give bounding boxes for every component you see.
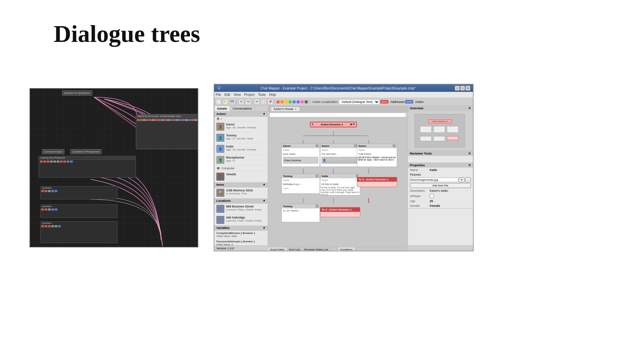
ng-label-leaving: Leaving Now Response — [39, 156, 136, 160]
actor-receptionist[interactable]: 👤 Receptionist Age: 47 — [214, 155, 268, 166]
tb-new[interactable]: 📄 — [216, 99, 222, 105]
node-its-tommy[interactable]: Tommy m, it's Tomm... — [281, 204, 320, 222]
prop-isplayer-row: IsPlayer — [408, 193, 473, 199]
tb-cut[interactable]: ✂ — [254, 99, 260, 105]
menu-tools[interactable]: Tools — [258, 93, 266, 97]
right-screenshot-chat-mapper: 🗨 Chat Mapper - Example Project - C:\Use… — [214, 84, 474, 251]
prop-isplayer-label: IsPlayer — [410, 194, 428, 198]
actors-section-header: Actors ▼ — [214, 112, 268, 117]
actor-receptionist-avatar: 👤 — [216, 156, 224, 164]
page-title: Dialogue trees — [54, 20, 200, 48]
var-completed-mission[interactable]: CompletedMission [ Boolean ] Initial Val… — [214, 231, 268, 239]
actor-karen[interactable]: 👤 Karen Age: 30, Gender: Female — [214, 121, 268, 132]
actor-tommy-avatar: 👤 — [216, 134, 224, 142]
action-decision-node[interactable]: 2 Action Desicion 1 ▶ ✏ — [310, 122, 357, 127]
overview-section: Overview ✕ Action Desicion 1 — [408, 106, 473, 151]
cm-right-panel: Overview ✕ Action Desicion 1 — [408, 106, 473, 251]
cm-menu-bar: File Edit View Project Tools Help — [214, 92, 473, 98]
cm-asset-tabs: Assets Conversations — [214, 106, 268, 112]
prop-gender-row: Gender Female — [408, 203, 473, 208]
actor-tommy[interactable]: 👤 Tommy Age: 27, Gender: Male — [214, 132, 268, 143]
location-445[interactable]: 📍 445 Oakridge Learned: False, Visited: … — [214, 215, 268, 226]
tb-paste[interactable]: 📌 — [267, 99, 273, 105]
badge-em1: em1 — [380, 100, 388, 104]
locations-section-header: Locations ▼ — [214, 198, 268, 203]
script-editor-panel: Script Editor Error List Reviewer Notes … — [268, 247, 338, 251]
ng-label-q3: Question... — [41, 222, 117, 225]
ng-label-question0: Question 0 Responses — [70, 149, 102, 154]
script-panel-tabs: Script Editor Error List Reviewer Notes … — [268, 247, 338, 251]
node-action-ref[interactable]: To 2 : Action Desicion 1 — [357, 177, 397, 187]
localization-dropdown[interactable]: Default (Dialogue Text) — [339, 99, 380, 105]
action-label: Action — [415, 100, 424, 104]
badge-em4: em4 — [405, 100, 413, 104]
tab-script-editor[interactable]: Script Editor — [268, 247, 287, 251]
tb-save[interactable]: 💾 — [229, 99, 235, 105]
item-usb[interactable]: 📦 USB Memory Stick In Inventory: True — [214, 187, 268, 198]
tb-copy[interactable]: 📋 — [261, 99, 267, 105]
prop-isplayer-checkbox[interactable] — [430, 194, 434, 198]
menu-project[interactable]: Project — [244, 93, 255, 97]
minimize-button[interactable]: ─ — [455, 86, 460, 90]
prop-age-row: Age 25 — [408, 199, 473, 203]
cm-bottom-panels: Script Editor Error List Reviewer Notes … — [268, 247, 408, 251]
prop-description-row: Description Karen's sister. — [408, 188, 473, 193]
active-loc-label: Active Localization: — [312, 100, 338, 104]
menu-file[interactable]: File — [216, 93, 221, 97]
tb-open[interactable]: 📁 — [222, 99, 228, 105]
addresses-label: Addresses — [390, 100, 405, 104]
prop-pictures-browse[interactable]: ... — [465, 177, 471, 182]
tab-conversations[interactable]: Conversations — [230, 106, 255, 111]
actor-computer[interactable]: 💻 Computer — [214, 166, 268, 171]
tab-error-list[interactable]: Error List — [287, 247, 302, 251]
tb-redo[interactable]: ↪ — [245, 99, 251, 105]
actor-venetti[interactable]: 👤 Venetti — [214, 171, 268, 182]
node-graph-canvas: Answers to Questions Start/End Encounter… — [30, 89, 198, 247]
tree-search-input[interactable] — [269, 113, 406, 117]
tab-reviewer-notes[interactable]: Reviewer Notes List — [302, 247, 330, 251]
tab-conditions[interactable]: Conditions — [338, 247, 355, 251]
actor-venetti-avatar: 👤 — [216, 173, 224, 181]
ng-label-comment: Comment Input — [42, 149, 64, 154]
prop-gender-value: Female — [430, 204, 440, 207]
actor-katie[interactable]: 👤 Katie Age: 25, Gender: Female — [214, 143, 268, 155]
actor-karen-avatar: 👤 — [216, 123, 224, 131]
node-your-sister[interactable]: Karen Karen your sister. Check Voicemai — [281, 143, 320, 167]
prop-desc-label: Description — [410, 189, 428, 192]
location-888-icon: 📍 — [216, 205, 224, 213]
prop-pictures-clear[interactable]: ✕ — [459, 177, 465, 182]
properties-header: Properties ✕ — [408, 163, 473, 168]
prop-gender-label: Gender — [410, 204, 428, 207]
location-888[interactable]: 📍 888 Brannen Street Learned: False, Vis… — [214, 203, 268, 215]
menu-help[interactable]: Help — [269, 93, 276, 97]
prop-pictures-input[interactable] — [410, 178, 458, 182]
add-new-file-button[interactable]: Add New File — [410, 183, 471, 188]
close-button[interactable]: ✕ — [466, 86, 470, 90]
tb-undo[interactable]: ↩ — [238, 99, 244, 105]
prop-age-label: Age — [410, 199, 428, 203]
actor-katie-avatar: 👤 — [216, 145, 224, 153]
node-action-ref2[interactable]: To 2 : Action Desicion 1 — [320, 207, 360, 217]
doc-tab-close[interactable]: ✕ — [294, 108, 297, 111]
overview-mini-map[interactable]: Action Desicion 1 — [408, 111, 473, 151]
maximize-button[interactable]: □ — [460, 86, 465, 90]
overview-header: Overview ✕ — [408, 106, 473, 111]
properties-section: Properties ✕ Name Katie Pictures ✕ ... A… — [408, 163, 473, 208]
doc-tab-karens-house[interactable]: Karen's House ✕ — [271, 107, 300, 111]
cm-doc-tab-bar: Karen's House ✕ — [268, 106, 408, 112]
node-call-police[interactable]: Karen Karen Call Police [a]Call Police M… — [357, 143, 397, 167]
prop-name-label: Name — [410, 168, 428, 172]
prop-name-value: Katie — [430, 168, 437, 172]
menu-edit[interactable]: Edit — [224, 93, 230, 97]
menu-view[interactable]: View — [233, 93, 241, 97]
left-screenshot-node-graph: Answers to Questions Start/End Encounter… — [30, 88, 198, 247]
cm-main-body: Assets Conversations Actors ▼ ➕• 👤 Karen… — [214, 106, 473, 251]
node-hi-katie[interactable]: Katie Karen Hi this is Katie. Hi this is… — [320, 174, 360, 195]
node-birthday[interactable]: Tommy Karen birthday to yo... • you... — [281, 174, 320, 194]
variables-section-header: Variables ▼ — [214, 226, 268, 231]
tab-assets[interactable]: Assets — [214, 106, 230, 111]
node-im-not-here[interactable]: Karen Karen I'm not here... 👤 — [320, 143, 359, 167]
cm-assets-panel: Assets Conversations Actors ▼ ➕• 👤 Karen… — [214, 106, 268, 251]
prop-pictures-path-row: ✕ ... — [408, 177, 473, 183]
cm-title-bar: 🗨 Chat Mapper - Example Project - C:\Use… — [214, 84, 473, 92]
